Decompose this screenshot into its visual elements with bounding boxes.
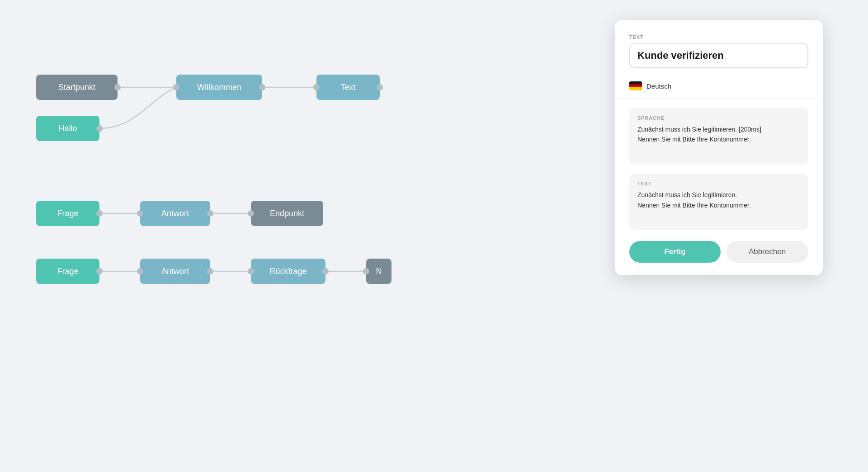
node-dot-left[interactable] xyxy=(248,210,254,217)
node-label: N xyxy=(376,267,382,276)
node-label: Antwort xyxy=(161,267,189,276)
node-n[interactable]: N xyxy=(366,259,392,284)
node-dot-right[interactable] xyxy=(259,84,265,90)
node-label: Antwort xyxy=(161,209,189,218)
node-hallo[interactable]: Hallo xyxy=(36,116,99,141)
node-endpunkt[interactable]: Endpunkt xyxy=(251,201,323,226)
node-dot-right[interactable] xyxy=(377,84,383,90)
panel-text-top-label: TEXT xyxy=(629,34,808,40)
text-section: TEXT xyxy=(629,174,808,230)
sprache-label: SPRACHE xyxy=(637,115,800,121)
node-dot-right[interactable] xyxy=(96,268,103,274)
panel: TEXT Deutsch SPRACHE TEXT Fertig Abbrech… xyxy=(615,20,823,275)
panel-buttons: Fertig Abbrechen xyxy=(629,241,808,263)
node-label: Text xyxy=(340,83,355,92)
node-willkommen[interactable]: Willkommen xyxy=(176,75,262,100)
node-text[interactable]: Text xyxy=(316,75,380,100)
node-label: Willkommen xyxy=(197,83,241,92)
fertig-button[interactable]: Fertig xyxy=(629,241,721,263)
node-dot-left[interactable] xyxy=(137,210,143,217)
node-dot-right[interactable] xyxy=(96,210,103,217)
panel-divider xyxy=(615,99,823,99)
sprache-textarea[interactable] xyxy=(637,124,800,155)
node-dot-left[interactable] xyxy=(313,84,320,90)
node-antwort1[interactable]: Antwort xyxy=(140,201,210,226)
node-label: Startpunkt xyxy=(58,83,95,92)
node-dot-left[interactable] xyxy=(248,268,254,274)
node-label: Frage xyxy=(57,209,78,218)
sprache-section: SPRACHE xyxy=(629,108,808,165)
node-label: Rückfrage xyxy=(269,267,307,276)
node-rueckfrage[interactable]: Rückfrage xyxy=(251,259,326,284)
abbrechen-button[interactable]: Abbrechen xyxy=(726,241,808,263)
node-dot-right[interactable] xyxy=(322,268,329,274)
panel-title-input[interactable] xyxy=(629,43,808,68)
node-label: Hallo xyxy=(58,124,77,133)
node-dot-right[interactable] xyxy=(114,84,121,90)
node-dot-left[interactable] xyxy=(137,268,143,274)
language-row: Deutsch xyxy=(629,77,808,95)
german-flag-icon xyxy=(629,81,642,90)
language-label: Deutsch xyxy=(646,82,671,90)
node-frage2[interactable]: Frage xyxy=(36,259,99,284)
node-dot-left[interactable] xyxy=(363,268,369,274)
text-textarea[interactable] xyxy=(637,190,800,220)
node-label: Endpunkt xyxy=(270,209,304,218)
node-dot-right[interactable] xyxy=(96,125,103,132)
node-dot-left[interactable] xyxy=(173,84,179,90)
node-dot-right[interactable] xyxy=(207,268,213,274)
node-dot-right[interactable] xyxy=(207,210,213,217)
text-section-label: TEXT xyxy=(637,181,800,186)
node-label: Frage xyxy=(57,267,78,276)
node-frage1[interactable]: Frage xyxy=(36,201,99,226)
node-antwort2[interactable]: Antwort xyxy=(140,259,210,284)
node-startpunkt[interactable]: Startpunkt xyxy=(36,75,118,100)
